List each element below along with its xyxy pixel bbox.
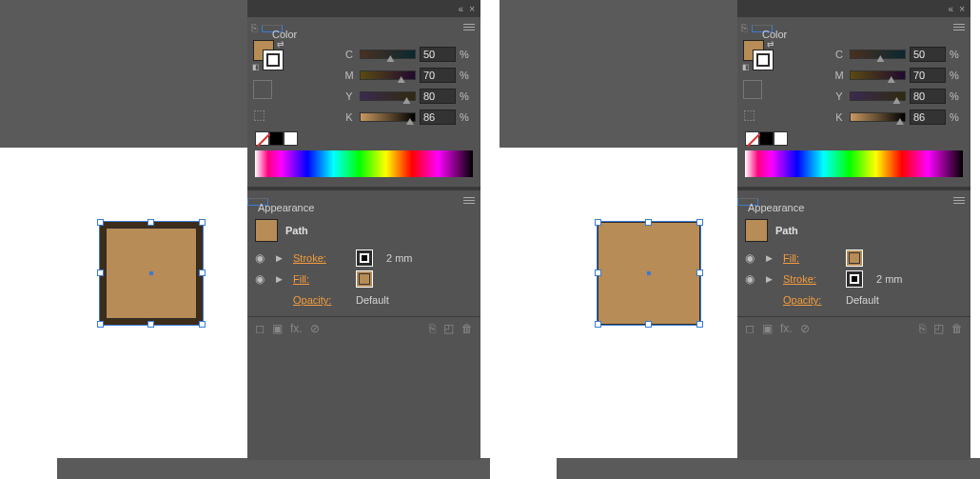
visibility-icon[interactable]: ◉ bbox=[255, 251, 270, 265]
tab-color[interactable]: Color bbox=[262, 25, 283, 32]
value-m[interactable]: 70 bbox=[420, 68, 456, 83]
visibility-icon[interactable]: ◉ bbox=[745, 251, 760, 265]
appearance-row-stroke[interactable]: ◉ ▶ Stroke: 2 mm bbox=[255, 248, 473, 269]
new-icon[interactable]: ◰ bbox=[443, 322, 454, 335]
resize-handle[interactable] bbox=[645, 219, 652, 226]
appearance-row-fill[interactable]: ◉ ▶ Fill: bbox=[745, 248, 963, 269]
resize-handle[interactable] bbox=[97, 269, 104, 276]
color-spectrum[interactable] bbox=[745, 150, 963, 177]
no-selection-icon[interactable]: ◻ bbox=[745, 322, 755, 335]
opacity-label[interactable]: Opacity: bbox=[293, 294, 350, 306]
value-y[interactable]: 80 bbox=[420, 89, 456, 104]
resize-handle[interactable] bbox=[595, 219, 601, 226]
resize-handle[interactable] bbox=[595, 321, 601, 328]
trash-icon[interactable]: 🗑 bbox=[461, 322, 473, 335]
value-k[interactable]: 86 bbox=[420, 110, 456, 125]
expand-icon[interactable]: ▶ bbox=[276, 253, 287, 263]
appearance-row-opacity[interactable]: Opacity: Default bbox=[745, 289, 963, 310]
object-type-label: Path bbox=[775, 225, 798, 236]
opacity-value: Default bbox=[356, 294, 413, 306]
stroke-swatch-mini[interactable] bbox=[846, 270, 863, 288]
slider-k[interactable] bbox=[850, 112, 906, 122]
value-c[interactable]: 50 bbox=[420, 47, 456, 62]
black-swatch[interactable] bbox=[269, 131, 284, 146]
selected-shape[interactable] bbox=[100, 222, 203, 325]
collapse-icon[interactable]: « bbox=[949, 4, 954, 14]
fx-menu-icon[interactable]: fх. bbox=[780, 322, 793, 335]
visibility-icon[interactable]: ◉ bbox=[255, 272, 270, 286]
color-spectrum[interactable] bbox=[255, 150, 473, 177]
panel-menu-icon[interactable] bbox=[463, 24, 475, 31]
resize-handle[interactable] bbox=[97, 321, 104, 328]
resize-handle[interactable] bbox=[696, 321, 703, 328]
slider-m[interactable] bbox=[360, 70, 416, 80]
white-swatch[interactable] bbox=[284, 131, 298, 146]
slider-k[interactable] bbox=[360, 112, 416, 122]
panel-menu-icon[interactable] bbox=[953, 197, 965, 205]
slider-c[interactable] bbox=[360, 50, 416, 59]
resize-handle[interactable] bbox=[147, 321, 154, 328]
expand-icon[interactable]: ▶ bbox=[766, 274, 777, 284]
panel-menu-icon[interactable] bbox=[463, 197, 475, 205]
appearance-row-fill[interactable]: ◉ ▶ Fill: bbox=[255, 269, 473, 289]
new-icon[interactable]: ◰ bbox=[933, 322, 944, 335]
fx-menu-icon[interactable]: fх. bbox=[290, 322, 303, 335]
opacity-value: Default bbox=[846, 294, 903, 306]
close-icon[interactable]: × bbox=[469, 4, 475, 14]
layer-icon[interactable]: ▣ bbox=[272, 322, 283, 335]
fill-swatch-mini[interactable] bbox=[356, 270, 373, 288]
object-type-label: Path bbox=[285, 225, 308, 236]
fill-swatch-mini[interactable] bbox=[846, 249, 863, 267]
resize-handle[interactable] bbox=[199, 219, 206, 226]
selected-shape[interactable] bbox=[598, 222, 700, 325]
tab-appearance[interactable]: Appearance bbox=[737, 198, 758, 206]
resize-handle[interactable] bbox=[199, 321, 206, 328]
trash-icon[interactable]: 🗑 bbox=[951, 322, 963, 335]
clear-icon[interactable]: ⊘ bbox=[800, 322, 810, 335]
no-selection-icon[interactable]: ◻ bbox=[255, 322, 265, 335]
stroke-value[interactable]: 2 mm bbox=[386, 252, 434, 264]
value-k[interactable]: 86 bbox=[910, 110, 946, 125]
document-area-gray bbox=[500, 0, 737, 148]
none-swatch[interactable] bbox=[255, 131, 269, 146]
tab-color[interactable]: Color bbox=[752, 25, 773, 32]
stroke-label[interactable]: Stroke: bbox=[783, 273, 840, 285]
resize-handle[interactable] bbox=[696, 219, 703, 226]
layer-icon[interactable]: ▣ bbox=[762, 322, 773, 335]
black-swatch[interactable] bbox=[759, 131, 774, 146]
resize-handle[interactable] bbox=[147, 219, 154, 226]
channel-row-y: Y 80 % bbox=[297, 86, 473, 107]
slider-y[interactable] bbox=[850, 91, 906, 101]
collapse-icon[interactable]: « bbox=[459, 4, 464, 14]
resize-handle[interactable] bbox=[595, 269, 601, 276]
resize-handle[interactable] bbox=[645, 321, 652, 328]
resize-handle[interactable] bbox=[696, 269, 703, 276]
stroke-swatch-mini[interactable] bbox=[356, 249, 373, 267]
value-y[interactable]: 80 bbox=[910, 89, 946, 104]
resize-handle[interactable] bbox=[97, 219, 104, 226]
fill-label[interactable]: Fill: bbox=[783, 252, 840, 264]
slider-y[interactable] bbox=[360, 91, 416, 101]
fill-label[interactable]: Fill: bbox=[293, 273, 350, 285]
expand-icon[interactable]: ▶ bbox=[276, 274, 287, 284]
duplicate-icon[interactable]: ⎘ bbox=[429, 322, 436, 335]
resize-handle[interactable] bbox=[199, 269, 206, 276]
value-c[interactable]: 50 bbox=[910, 47, 946, 62]
tab-appearance[interactable]: Appearance bbox=[247, 198, 268, 206]
opacity-label[interactable]: Opacity: bbox=[783, 294, 840, 306]
slider-m[interactable] bbox=[850, 70, 906, 80]
appearance-row-stroke[interactable]: ◉ ▶ Stroke: 2 mm bbox=[745, 269, 963, 289]
close-icon[interactable]: × bbox=[959, 4, 965, 14]
clear-icon[interactable]: ⊘ bbox=[310, 322, 320, 335]
panel-menu-icon[interactable] bbox=[953, 24, 965, 31]
stroke-label[interactable]: Stroke: bbox=[293, 252, 350, 264]
visibility-icon[interactable]: ◉ bbox=[745, 272, 760, 286]
slider-c[interactable] bbox=[850, 50, 906, 59]
expand-icon[interactable]: ▶ bbox=[766, 253, 777, 263]
none-swatch[interactable] bbox=[745, 131, 759, 146]
stroke-value[interactable]: 2 mm bbox=[876, 273, 924, 285]
value-m[interactable]: 70 bbox=[910, 68, 946, 83]
appearance-row-opacity[interactable]: Opacity: Default bbox=[255, 289, 473, 310]
white-swatch[interactable] bbox=[774, 131, 788, 146]
duplicate-icon[interactable]: ⎘ bbox=[919, 322, 926, 335]
